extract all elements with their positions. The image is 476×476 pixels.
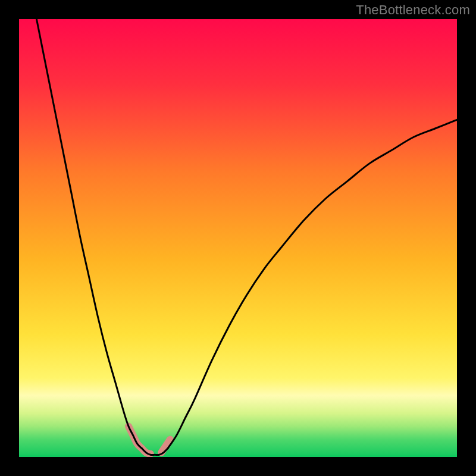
chart-frame: TheBottleneck.com xyxy=(0,0,476,476)
curve-layer xyxy=(19,19,457,457)
watermark-text: TheBottleneck.com xyxy=(356,2,470,18)
accent-segment-left xyxy=(129,426,151,453)
right-branch-curve xyxy=(168,120,457,448)
plot-area xyxy=(19,19,457,457)
left-branch-curve xyxy=(36,19,142,448)
